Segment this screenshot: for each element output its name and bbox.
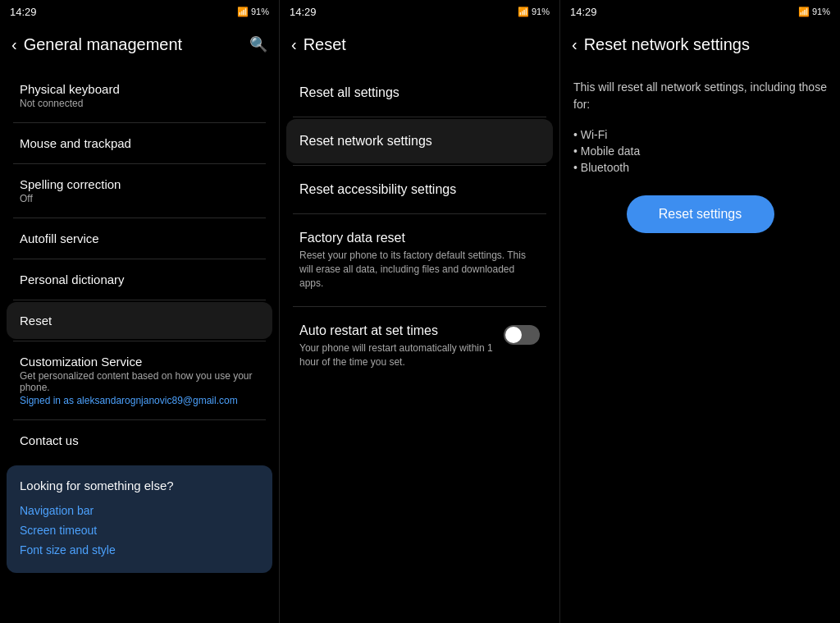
signal-icon-left: 📶: [237, 7, 249, 17]
header-mid: ‹ Reset: [280, 23, 559, 66]
mid-divider-4: [293, 306, 546, 307]
menu-item-mouse-trackpad[interactable]: Mouse and trackpad: [7, 125, 272, 162]
mid-panel: 14:29 📶 91% ‹ Reset Reset all settings R…: [280, 0, 560, 623]
bullet-wifi: Wi-Fi: [573, 126, 827, 143]
auto-restart-text: Auto restart at set times Your phone wil…: [299, 323, 504, 369]
divider-1: [13, 122, 266, 123]
reset-all-settings-item[interactable]: Reset all settings: [286, 71, 553, 115]
mid-divider-2: [293, 165, 546, 166]
right-description: This will reset all network settings, in…: [573, 79, 827, 113]
page-title-mid: Reset: [304, 35, 548, 54]
network-settings-list: Wi-Fi Mobile data Bluetooth: [573, 126, 827, 176]
reset-network-settings-title: Reset network settings: [299, 134, 540, 149]
spelling-correction-title: Spelling correction: [20, 177, 259, 191]
menu-item-spelling-correction[interactable]: Spelling correction Off: [7, 166, 272, 216]
menu-item-customization[interactable]: Customization Service Get personalized c…: [7, 343, 272, 418]
status-bar-right: 14:29 📶 91%: [560, 0, 840, 23]
physical-keyboard-title: Physical keyboard: [20, 82, 259, 96]
divider-4: [13, 259, 266, 259]
mid-divider-1: [293, 117, 546, 117]
divider-2: [13, 163, 266, 164]
battery-mid: 91%: [532, 7, 550, 16]
divider-7: [13, 419, 266, 420]
factory-data-reset-item[interactable]: Factory data reset Reset your phone to i…: [286, 216, 553, 305]
customization-sub: Get personalized content based on how yo…: [20, 370, 259, 393]
reset-network-settings-item[interactable]: Reset network settings: [286, 119, 553, 163]
time-right: 14:29: [570, 6, 597, 18]
page-title-left: General management: [24, 35, 249, 54]
right-content: This will reset all network settings, in…: [560, 66, 840, 246]
bullet-mobile-data: Mobile data: [573, 143, 827, 159]
mouse-trackpad-title: Mouse and trackpad: [20, 136, 259, 150]
status-icons-mid: 📶 91%: [518, 7, 550, 17]
looking-for-title: Looking for something else?: [20, 479, 259, 492]
customization-link: Signed in as aleksandarognjanovic89@gmai…: [20, 395, 259, 406]
battery-right: 91%: [812, 7, 830, 16]
factory-data-reset-title: Factory data reset: [299, 231, 540, 245]
right-panel: 14:29 📶 91% ‹ Reset network settings Thi…: [560, 0, 840, 623]
autofill-title: Autofill service: [20, 231, 259, 245]
auto-restart-title: Auto restart at set times: [299, 323, 504, 338]
personal-dictionary-title: Personal dictionary: [20, 273, 259, 286]
status-bar-left: 14:29 📶 91%: [0, 0, 279, 23]
auto-restart-item[interactable]: Auto restart at set times Your phone wil…: [286, 309, 553, 384]
left-content: Physical keyboard Not connected Mouse an…: [0, 66, 279, 623]
page-title-right: Reset network settings: [584, 35, 829, 54]
time-mid: 14:29: [290, 6, 317, 18]
back-button-mid[interactable]: ‹: [291, 35, 297, 54]
spelling-correction-sub: Off: [20, 193, 259, 204]
looking-for-link-2[interactable]: Font size and style: [20, 540, 259, 560]
reset-accessibility-settings-item[interactable]: Reset accessibility settings: [286, 167, 553, 212]
signal-icon-right: 📶: [798, 7, 810, 17]
auto-restart-sub: Your phone will restart automatically wi…: [299, 341, 504, 369]
back-button-right[interactable]: ‹: [572, 35, 578, 54]
factory-data-reset-sub: Reset your phone to its factory default …: [299, 249, 540, 290]
looking-for-link-0[interactable]: Navigation bar: [20, 501, 259, 520]
status-icons-right: 📶 91%: [798, 7, 830, 17]
back-button-left[interactable]: ‹: [11, 35, 17, 54]
menu-item-contact[interactable]: Contact us: [7, 422, 272, 459]
menu-item-personal-dictionary[interactable]: Personal dictionary: [7, 261, 272, 298]
signal-icon-mid: 📶: [518, 7, 529, 17]
divider-6: [13, 341, 266, 341]
search-icon-left[interactable]: 🔍: [249, 35, 267, 53]
auto-restart-container: Auto restart at set times Your phone wil…: [299, 323, 540, 369]
bullet-bluetooth: Bluetooth: [573, 159, 827, 176]
toggle-thumb: [505, 327, 522, 343]
reset-all-settings-title: Reset all settings: [299, 85, 540, 100]
contact-title: Contact us: [20, 433, 259, 447]
divider-3: [13, 218, 266, 218]
menu-item-physical-keyboard[interactable]: Physical keyboard Not connected: [7, 71, 272, 121]
battery-left: 91%: [251, 7, 269, 16]
status-bar-mid: 14:29 📶 91%: [280, 0, 559, 23]
status-icons-left: 📶 91%: [237, 7, 269, 17]
reset-accessibility-settings-title: Reset accessibility settings: [299, 182, 540, 197]
divider-5: [13, 300, 266, 300]
mid-content: Reset all settings Reset network setting…: [280, 66, 559, 623]
menu-item-reset[interactable]: Reset: [7, 302, 272, 339]
auto-restart-toggle[interactable]: [504, 325, 540, 345]
mid-divider-3: [293, 213, 546, 214]
reset-title: Reset: [20, 314, 259, 328]
reset-settings-button[interactable]: Reset settings: [627, 195, 774, 233]
time-left: 14:29: [10, 6, 37, 18]
looking-for-section: Looking for something else? Navigation b…: [7, 465, 272, 573]
looking-for-link-1[interactable]: Screen timeout: [20, 520, 259, 540]
header-left: ‹ General management 🔍: [0, 23, 279, 66]
header-right: ‹ Reset network settings: [560, 23, 840, 66]
left-panel: 14:29 📶 91% ‹ General management 🔍 Physi…: [0, 0, 280, 623]
customization-title: Customization Service: [20, 355, 259, 369]
menu-item-autofill[interactable]: Autofill service: [7, 220, 272, 257]
physical-keyboard-sub: Not connected: [20, 98, 259, 109]
